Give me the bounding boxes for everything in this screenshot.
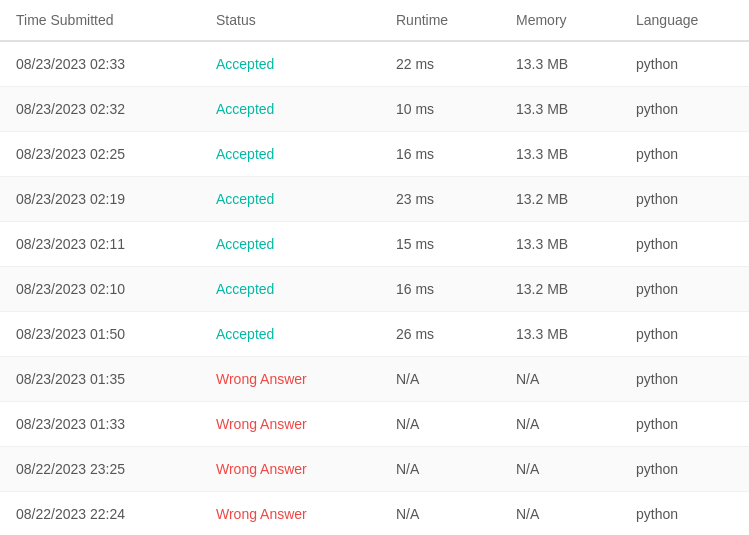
table-row[interactable]: 08/23/2023 02:32 Accepted 10 ms 13.3 MB … — [0, 87, 749, 132]
cell-status: Wrong Answer — [200, 447, 380, 492]
cell-language: python — [620, 402, 749, 447]
header-runtime: Runtime — [380, 0, 500, 41]
status-badge: Accepted — [216, 146, 274, 162]
cell-status: Accepted — [200, 177, 380, 222]
cell-runtime: 26 ms — [380, 312, 500, 357]
status-badge: Accepted — [216, 56, 274, 72]
cell-language: python — [620, 492, 749, 536]
cell-time: 08/23/2023 02:19 — [0, 177, 200, 222]
status-badge: Wrong Answer — [216, 506, 307, 522]
cell-memory: N/A — [500, 357, 620, 402]
cell-status: Accepted — [200, 267, 380, 312]
status-badge: Accepted — [216, 236, 274, 252]
submissions-table: Time Submitted Status Runtime Memory Lan… — [0, 0, 749, 535]
cell-runtime: 10 ms — [380, 87, 500, 132]
cell-runtime: N/A — [380, 357, 500, 402]
table-row[interactable]: 08/23/2023 02:19 Accepted 23 ms 13.2 MB … — [0, 177, 749, 222]
cell-language: python — [620, 132, 749, 177]
header-status: Status — [200, 0, 380, 41]
cell-memory: 13.3 MB — [500, 222, 620, 267]
cell-language: python — [620, 267, 749, 312]
table-row[interactable]: 08/22/2023 23:25 Wrong Answer N/A N/A py… — [0, 447, 749, 492]
cell-language: python — [620, 447, 749, 492]
cell-status: Accepted — [200, 312, 380, 357]
table-row[interactable]: 08/23/2023 01:33 Wrong Answer N/A N/A py… — [0, 402, 749, 447]
cell-time: 08/23/2023 02:10 — [0, 267, 200, 312]
cell-status: Wrong Answer — [200, 357, 380, 402]
cell-language: python — [620, 357, 749, 402]
status-badge: Accepted — [216, 326, 274, 342]
cell-memory: 13.3 MB — [500, 41, 620, 87]
submissions-table-container: Time Submitted Status Runtime Memory Lan… — [0, 0, 749, 535]
table-row[interactable]: 08/23/2023 02:11 Accepted 15 ms 13.3 MB … — [0, 222, 749, 267]
cell-runtime: 16 ms — [380, 267, 500, 312]
status-badge: Accepted — [216, 281, 274, 297]
cell-memory: 13.3 MB — [500, 132, 620, 177]
cell-status: Accepted — [200, 87, 380, 132]
status-badge: Wrong Answer — [216, 416, 307, 432]
cell-runtime: N/A — [380, 402, 500, 447]
cell-memory: N/A — [500, 492, 620, 536]
cell-language: python — [620, 41, 749, 87]
header-time: Time Submitted — [0, 0, 200, 41]
cell-status: Wrong Answer — [200, 492, 380, 536]
table-row[interactable]: 08/23/2023 02:10 Accepted 16 ms 13.2 MB … — [0, 267, 749, 312]
cell-time: 08/23/2023 02:25 — [0, 132, 200, 177]
cell-time: 08/23/2023 01:35 — [0, 357, 200, 402]
cell-time: 08/23/2023 02:33 — [0, 41, 200, 87]
cell-time: 08/23/2023 01:50 — [0, 312, 200, 357]
cell-runtime: N/A — [380, 492, 500, 536]
cell-status: Accepted — [200, 41, 380, 87]
cell-language: python — [620, 222, 749, 267]
cell-time: 08/23/2023 01:33 — [0, 402, 200, 447]
table-header-row: Time Submitted Status Runtime Memory Lan… — [0, 0, 749, 41]
cell-runtime: 22 ms — [380, 41, 500, 87]
cell-memory: 13.2 MB — [500, 267, 620, 312]
cell-time: 08/23/2023 02:32 — [0, 87, 200, 132]
table-row[interactable]: 08/23/2023 01:35 Wrong Answer N/A N/A py… — [0, 357, 749, 402]
cell-status: Accepted — [200, 222, 380, 267]
cell-memory: 13.3 MB — [500, 312, 620, 357]
cell-runtime: N/A — [380, 447, 500, 492]
cell-runtime: 15 ms — [380, 222, 500, 267]
cell-runtime: 23 ms — [380, 177, 500, 222]
cell-language: python — [620, 312, 749, 357]
cell-language: python — [620, 87, 749, 132]
cell-memory: N/A — [500, 402, 620, 447]
cell-language: python — [620, 177, 749, 222]
header-memory: Memory — [500, 0, 620, 41]
table-row[interactable]: 08/22/2023 22:24 Wrong Answer N/A N/A py… — [0, 492, 749, 536]
cell-memory: 13.2 MB — [500, 177, 620, 222]
cell-runtime: 16 ms — [380, 132, 500, 177]
cell-status: Accepted — [200, 132, 380, 177]
cell-status: Wrong Answer — [200, 402, 380, 447]
table-row[interactable]: 08/23/2023 02:25 Accepted 16 ms 13.3 MB … — [0, 132, 749, 177]
status-badge: Wrong Answer — [216, 461, 307, 477]
table-row[interactable]: 08/23/2023 02:33 Accepted 22 ms 13.3 MB … — [0, 41, 749, 87]
status-badge: Wrong Answer — [216, 371, 307, 387]
table-row[interactable]: 08/23/2023 01:50 Accepted 26 ms 13.3 MB … — [0, 312, 749, 357]
cell-memory: N/A — [500, 447, 620, 492]
cell-time: 08/23/2023 02:11 — [0, 222, 200, 267]
cell-memory: 13.3 MB — [500, 87, 620, 132]
cell-time: 08/22/2023 22:24 — [0, 492, 200, 536]
header-language: Language — [620, 0, 749, 41]
status-badge: Accepted — [216, 101, 274, 117]
status-badge: Accepted — [216, 191, 274, 207]
cell-time: 08/22/2023 23:25 — [0, 447, 200, 492]
